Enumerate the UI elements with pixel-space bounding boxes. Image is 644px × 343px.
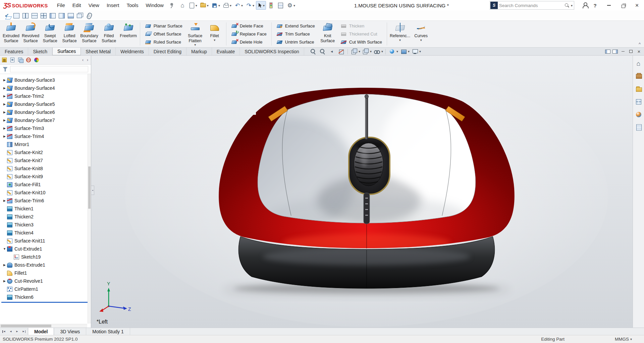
propertymanager-icon[interactable] <box>9 57 15 63</box>
dimxpertmanager-icon[interactable] <box>25 57 32 63</box>
tree-item[interactable]: Boundary-Surface6 <box>0 108 91 116</box>
command-tab[interactable]: Surfaces <box>52 48 81 55</box>
configurationmanager-icon[interactable] <box>17 57 23 63</box>
command-tab[interactable]: Evaluate <box>212 48 240 55</box>
tree-item[interactable]: Sketch19 <box>0 253 91 261</box>
pane-right-icon[interactable] <box>58 12 66 20</box>
view-settings-icon[interactable] <box>411 48 419 55</box>
expand-arrow-icon[interactable] <box>2 279 7 283</box>
ribbon-button[interactable]: Delete Face <box>230 22 268 30</box>
tree-item[interactable]: Surface-Knit10 <box>0 189 91 197</box>
appearances-icon[interactable] <box>635 111 643 119</box>
command-tab[interactable]: Sketch <box>28 48 52 55</box>
graphics-viewport[interactable]: Y Z *Left <box>91 56 633 328</box>
panel-collapse-handle[interactable] <box>91 186 94 195</box>
tree-item[interactable]: Boundary-Surface7 <box>0 116 91 124</box>
chevron-down-icon[interactable] <box>571 4 573 7</box>
menu-item[interactable]: File <box>53 0 69 11</box>
expand-arrow-icon[interactable] <box>2 127 7 130</box>
ribbon-button[interactable]: Ruled Surface <box>144 38 184 46</box>
lower-button-strip[interactable] <box>364 193 370 224</box>
print-button[interactable] <box>222 1 232 10</box>
tree-item[interactable]: Boundary-Surface4 <box>0 84 91 92</box>
edit-appearance-icon[interactable] <box>388 48 396 55</box>
maximize-button[interactable] <box>616 0 630 11</box>
ribbon-button[interactable]: Offset Surface <box>144 30 184 38</box>
display-style-icon[interactable] <box>362 48 370 55</box>
viewport-four-icon[interactable] <box>40 12 48 20</box>
viewport-3d[interactable]: Y Z <box>91 56 633 328</box>
tree-item[interactable]: Boundary-Surface5 <box>0 100 91 108</box>
tree-item[interactable]: Surface-Knit11 <box>0 237 91 245</box>
tree-vertical-scrollbar[interactable] <box>88 74 91 324</box>
featuremanager-tree-icon[interactable] <box>1 57 7 63</box>
bottom-tab[interactable]: Model <box>28 328 54 335</box>
expand-arrow-icon[interactable] <box>2 263 7 267</box>
chevron-down-icon[interactable] <box>396 50 398 53</box>
surface-flatten-button[interactable]: Surface Flatten <box>185 21 205 47</box>
expand-arrow-icon[interactable] <box>2 247 7 251</box>
expand-arrow-icon[interactable] <box>2 78 7 82</box>
expand-arrow-icon[interactable] <box>2 119 7 122</box>
tree-item[interactable]: Surface-Fill1 <box>0 181 91 189</box>
last-tab-icon[interactable]: ► <box>20 329 26 334</box>
ribbon-button[interactable]: Extend Surface <box>275 22 316 30</box>
save-button[interactable] <box>210 1 221 10</box>
redo-button[interactable] <box>245 1 255 10</box>
previous-tab-icon[interactable]: ◄ <box>8 329 14 334</box>
ribbon-button[interactable]: Thicken <box>339 22 383 30</box>
expand-arrow-icon[interactable] <box>2 111 7 114</box>
ribbon-button[interactable]: Untrim Surface <box>275 38 316 46</box>
viewport-two-vertical-icon[interactable] <box>21 12 30 20</box>
ribbon-button[interactable]: Swept Surface <box>40 21 60 47</box>
tree-item[interactable]: Thicken3 <box>0 221 91 229</box>
ribbon-button[interactable]: Revolved Surface <box>21 21 40 47</box>
view-palette-icon[interactable] <box>635 98 643 106</box>
ribbon-button[interactable]: Thickened Cut <box>339 30 383 38</box>
cascade-windows-icon[interactable] <box>76 12 84 20</box>
displaymanager-icon[interactable] <box>34 57 40 63</box>
menu-item[interactable]: Insert <box>103 0 123 11</box>
rebuild-button[interactable] <box>267 1 275 10</box>
apply-scene-icon[interactable] <box>399 48 408 55</box>
design-library-icon[interactable] <box>635 72 643 80</box>
close-button[interactable] <box>630 0 644 11</box>
tree-item[interactable]: Surface-Trim4 <box>0 132 91 140</box>
open-button[interactable] <box>199 1 210 10</box>
expand-arrow-icon[interactable] <box>2 199 7 202</box>
chevron-down-icon[interactable] <box>408 50 410 53</box>
tree-item[interactable]: Mirror1 <box>0 140 91 148</box>
paperclip-icon[interactable] <box>85 12 93 20</box>
ribbon-button[interactable]: Extruded Surface <box>1 21 21 47</box>
exit-sketch-icon[interactable] <box>3 12 11 20</box>
command-tab[interactable]: Markup <box>186 48 212 55</box>
menu-item[interactable]: Edit <box>69 0 85 11</box>
tree-item[interactable]: Surface-Knit9 <box>0 173 91 181</box>
scroll-wheel[interactable] <box>354 143 383 186</box>
view-orientation-icon[interactable] <box>350 48 358 55</box>
tree-item[interactable]: CirPattern1 <box>0 285 91 293</box>
tree-item[interactable]: Thicken1 <box>0 205 91 213</box>
ribbon-button[interactable]: Lofted Surface <box>60 21 79 47</box>
options-button[interactable] <box>285 1 296 10</box>
minimize-button[interactable] <box>602 0 616 11</box>
tree-item[interactable]: Boundary-Surface3 <box>0 76 91 84</box>
menu-item[interactable]: Window <box>142 0 167 11</box>
ribbon-button[interactable]: Filled Surface <box>99 21 119 47</box>
tree-item[interactable]: Surface-Trim2 <box>0 92 91 100</box>
pane-bottom-icon[interactable] <box>67 12 75 20</box>
bottom-tab[interactable]: 3D Views <box>54 328 86 335</box>
home-icon[interactable] <box>635 60 643 68</box>
reference-geometry-button[interactable]: Referenc... <box>389 21 411 47</box>
scroll-left-icon[interactable]: ‹ <box>81 58 85 62</box>
tree-item[interactable]: Surface-Knit7 <box>0 156 91 164</box>
pane-left-icon[interactable] <box>49 12 57 20</box>
pane-toggle-right-icon[interactable] <box>612 49 619 55</box>
help-icon[interactable] <box>592 2 598 9</box>
pane-toggle-left-icon[interactable] <box>604 49 611 55</box>
file-explorer-icon[interactable] <box>635 85 643 93</box>
units-selector[interactable]: MMGS <box>615 337 632 342</box>
tree-item[interactable]: Thicken2 <box>0 213 91 221</box>
curves-button[interactable]: Curves <box>411 21 431 47</box>
expand-arrow-icon[interactable] <box>2 102 7 106</box>
